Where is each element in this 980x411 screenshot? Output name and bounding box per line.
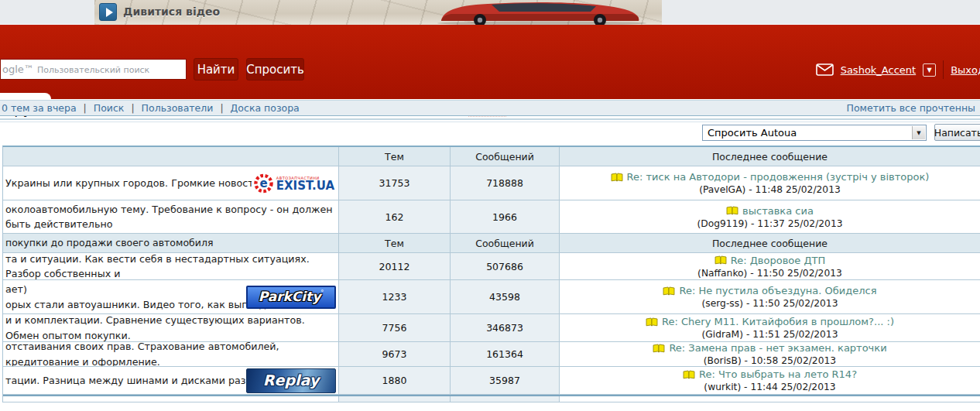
- gear-icon: е: [253, 173, 274, 194]
- search-input[interactable]: ogle™ Пользовательский поиск: [0, 59, 187, 80]
- subbar-link-search[interactable]: Поиск: [94, 102, 125, 114]
- header-description: [3, 147, 339, 166]
- exist-main-label: EXIST.UA: [276, 180, 334, 191]
- last-message-meta: (GidraM) - 11:51 25/02/2013: [701, 329, 838, 340]
- forum-description-cell: тации. Разница между шинами и дисками ра…: [3, 367, 339, 394]
- forum-description-text: та и ситуации. Как вести себя в нестадар…: [5, 253, 338, 279]
- user-area: Sashok_Accent ▼ Выход: [816, 60, 980, 79]
- messages-count: 43598: [451, 280, 560, 313]
- parkcity-label: ParkCity: [259, 287, 321, 307]
- table-row: Украины или крупных городов. Громкие нов…: [3, 166, 980, 200]
- car-ad-image: [414, 0, 662, 25]
- last-message-link[interactable]: Re: Замена прав - нет экзамен. карточки: [669, 342, 886, 354]
- subbar-left: 0 тем за вчера | Поиск | Пользователи | …: [2, 102, 300, 114]
- header-last-message: Последнее сообщение: [560, 147, 980, 166]
- open-book-icon: [663, 286, 675, 296]
- ask-forum-select-value: Спросить Autoua: [708, 127, 797, 139]
- last-message-cell: Re: Дворовое ДТП (Naffanko) - 11:50 25/0…: [560, 253, 980, 279]
- forum-description-text: и и комплектации. Сравнение существующих…: [5, 314, 338, 341]
- forum-table: Тем Сообщений Последнее сообщение Украин…: [2, 146, 980, 402]
- divider-line: [0, 118, 980, 120]
- replay-logo[interactable]: Replay: [246, 368, 336, 393]
- header-last-message: Последнее сообщение: [560, 234, 980, 252]
- divider-line: [0, 122, 980, 122]
- user-menu-dropdown-icon[interactable]: ▼: [923, 63, 936, 77]
- site-header: ogle™ Пользовательский поиск Найти Спрос…: [0, 25, 980, 99]
- username-link[interactable]: Sashok_Accent: [841, 64, 917, 76]
- topics-count: 1233: [339, 280, 451, 313]
- header-topics: Тем: [339, 234, 451, 252]
- parkcity-logo[interactable]: ParkCity °: [246, 286, 336, 309]
- last-message-cell: Re: Что выбрать на лето R14? (wurkit) - …: [560, 367, 980, 394]
- last-message-cell: Re: Chery M11. Китайфобия в прошлом?... …: [560, 314, 980, 341]
- last-message-meta: (BorisB) - 10:58 25/02/2013: [704, 355, 836, 366]
- open-book-icon: [726, 206, 738, 215]
- open-book-icon: [683, 370, 695, 379]
- table-row: околоавтомобильную тему. Требование к во…: [3, 200, 980, 234]
- forum-description-cell: отстаивания своих прав. Страхование авто…: [3, 342, 339, 366]
- last-message-meta: (Naffanko) - 11:50 25/02/2013: [697, 268, 842, 279]
- header-messages: Сообщений: [451, 234, 560, 252]
- topics-count: 7756: [339, 314, 451, 341]
- topics-count: 20112: [339, 253, 451, 279]
- write-button[interactable]: Написать: [934, 124, 980, 141]
- last-message-link[interactable]: Re: Что выбрать на лето R14?: [699, 368, 857, 380]
- divider: [943, 60, 944, 79]
- messages-count: 507686: [451, 253, 560, 279]
- ask-forum-select[interactable]: Спросить Autoua ▼: [702, 125, 927, 141]
- open-book-icon: [611, 173, 623, 182]
- last-message-meta: (wurkit) - 11:44 25/02/2013: [704, 382, 835, 392]
- last-message-link[interactable]: Re: тиск на Автодори - продовження (зуст…: [627, 171, 930, 183]
- messages-count: 718888: [451, 166, 560, 200]
- topics-count: 31753: [339, 166, 451, 200]
- topics-count: 1880: [339, 367, 451, 394]
- table-row: та и ситуации. Как вести себя в нестадар…: [3, 253, 980, 280]
- header-topics: Тем: [339, 147, 451, 166]
- forum-page: Дивитися відео ogle™ Пользовательский по…: [0, 0, 980, 411]
- last-message-meta: (Dog9119) - 11:37 25/02/2013: [697, 218, 842, 229]
- last-message-link[interactable]: Re: Chery M11. Китайфобия в прошлом?... …: [662, 316, 894, 327]
- topics-count: 9673: [339, 342, 451, 366]
- select-dropdown-icon[interactable]: ▼: [912, 126, 925, 139]
- ask-button[interactable]: Спросить: [246, 58, 304, 80]
- subbar-link-shame-board[interactable]: Доска позора: [231, 102, 300, 114]
- subbar-link-users[interactable]: Пользователи: [142, 102, 214, 114]
- table-row: тации. Разница между шинами и дисками ра…: [3, 367, 980, 395]
- messages-count: 1966: [451, 200, 560, 233]
- last-message-meta: (PavelGA) - 11:48 25/02/2013: [699, 184, 841, 195]
- open-book-icon: [653, 344, 665, 353]
- open-book-icon: [646, 317, 658, 327]
- last-message-cell: выставка сиа (Dog9119) - 11:37 25/02/201…: [560, 200, 980, 233]
- last-message-link[interactable]: Re: Дворовое ДТП: [731, 255, 826, 266]
- play-icon[interactable]: [99, 3, 117, 21]
- forum-subbar: 0 тем за вчера | Поиск | Пользователи | …: [0, 100, 980, 116]
- header-messages: Сообщений: [451, 147, 560, 166]
- ad-banner[interactable]: Дивитися відео: [94, 0, 662, 25]
- top-banner: Дивитися відео: [0, 0, 980, 25]
- messages-count: 161364: [451, 342, 560, 366]
- topics-yesterday-stat: 0 тем за вчера: [2, 102, 77, 114]
- table-header-row: Тем Сообщений Последнее сообщение: [3, 147, 980, 166]
- play-triangle-icon: [106, 8, 113, 17]
- last-message-link[interactable]: выставка сиа: [742, 205, 814, 217]
- section-header-row: покупки до продажи своего автомобиля Тем…: [3, 234, 980, 253]
- last-message-meta: (serg-ss) - 11:50 25/02/2013: [702, 298, 838, 309]
- messages-count: 346873: [451, 314, 560, 341]
- search-watermark: ogle™ Пользовательский поиск: [1, 63, 149, 75]
- forum-description-cell: та и ситуации. Как вести себя в нестадар…: [3, 253, 339, 279]
- exist-ua-logo[interactable]: е АВТОЗАПЧАСТИНИ EXIST.UA: [252, 172, 336, 194]
- last-message-link[interactable]: Re: Не пустила объездуна. Обиделся: [679, 285, 876, 296]
- forum-description-cell: околоавтомобильную тему. Требование к во…: [3, 200, 339, 233]
- messages-count: 35987: [451, 367, 560, 394]
- forum-description-cell: Украины или крупных городов. Громкие нов…: [3, 166, 339, 200]
- watch-video-label: Дивитися відео: [123, 5, 220, 18]
- find-button[interactable]: Найти: [194, 58, 238, 80]
- mail-icon[interactable]: [816, 63, 834, 76]
- logout-link[interactable]: Выход: [951, 64, 980, 76]
- section-title: покупки до продажи своего автомобиля: [3, 234, 339, 252]
- table-row: ает) орых стали автоуашники. Видео того,…: [3, 280, 980, 314]
- replay-label: Replay: [263, 369, 319, 392]
- mark-all-read-link[interactable]: Пометить все прочтенны: [847, 102, 975, 114]
- open-book-icon: [714, 255, 727, 265]
- table-row: отстаивания своих прав. Страхование авто…: [3, 342, 980, 367]
